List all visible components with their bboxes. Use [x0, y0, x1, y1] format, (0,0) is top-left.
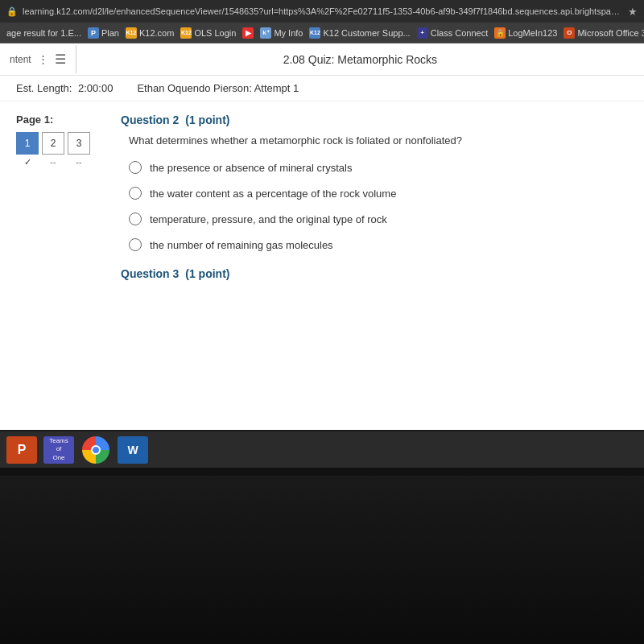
bookmark-k12cust-label: K12 Customer Supp...: [323, 28, 410, 38]
question-2-title: Question 2 (1 point): [121, 114, 628, 126]
k12cust-icon: K12: [309, 27, 320, 39]
q1-status: ✓: [16, 157, 39, 167]
answer-text-4: the number of remaining gas molecules: [150, 239, 333, 251]
question-nav-item-1[interactable]: 1: [16, 132, 39, 155]
ols-icon: K12: [180, 27, 192, 39]
bookmark-k12com[interactable]: K12 K12.com: [126, 27, 174, 39]
classconnect-text: Class Connect: [431, 28, 489, 38]
bookmark-myinfo-label: My Info: [274, 28, 303, 38]
bookmark-plan-label: Plan: [101, 28, 119, 38]
bookmark-myinfo[interactable]: k⁺ My Info: [260, 27, 303, 39]
teams-icon: TeamsofOne: [43, 436, 74, 464]
quiz-title-text: 2.08 Quiz: Metamorphic Rocks: [283, 53, 437, 66]
msoffice-icon: O: [564, 27, 575, 39]
bookmark-flv[interactable]: ▶: [242, 27, 254, 39]
question-3-title: Question 3 (1 point): [121, 267, 628, 280]
page-area: ntent ⋮ ☰ 2.08 Quiz: Metamorphic Rocks E…: [0, 43, 644, 430]
quiz-content: Page 1: 1 2 3 ✓ -- -- Question 2 (1 poin…: [0, 101, 644, 292]
answer-option-2[interactable]: the water content as a percentage of the…: [129, 187, 628, 200]
lock-icon: 🔒: [6, 6, 18, 17]
answer-options: the presence or absence of mineral cryst…: [121, 161, 628, 251]
logmein-icon: 🔒: [494, 27, 506, 39]
bookmark-ols[interactable]: K12 OLS Login: [180, 27, 236, 39]
answer-text-1: the presence or absence of mineral cryst…: [150, 162, 352, 174]
menu-dots-icon[interactable]: ⋮: [38, 53, 48, 65]
question-nav-status: ✓ -- --: [16, 157, 105, 167]
q2-status: --: [42, 157, 64, 167]
bookmark-age-result[interactable]: age result for 1.E...: [6, 28, 81, 38]
question-nav-item-2[interactable]: 2: [42, 132, 64, 155]
answer-option-4[interactable]: the number of remaining gas molecules: [129, 238, 628, 251]
attempt-info: Ethan Oquendo Pierson: Attempt 1: [137, 82, 299, 94]
taskbar-chrome[interactable]: [79, 435, 113, 465]
url-text[interactable]: learning.k12.com/d2l/le/enhancedSequence…: [23, 6, 623, 16]
est-length-label: Est. Length: 2:00:00: [16, 82, 113, 94]
address-bar: 🔒 learning.k12.com/d2l/le/enhancedSequen…: [0, 0, 644, 23]
bookmark-k12com-label: K12.com: [139, 28, 174, 38]
quiz-title-header: 2.08 Quiz: Metamorphic Rocks: [76, 52, 644, 67]
myinfo-icon: k⁺: [260, 27, 271, 39]
quiz-meta: Est. Length: 2:00:00 Ethan Oquendo Piers…: [0, 76, 644, 101]
radio-3[interactable]: [129, 213, 142, 225]
k12com-icon: K12: [126, 27, 137, 39]
page-label: Page 1:: [16, 114, 105, 126]
bookmark-classconnect[interactable]: + 2.08 Quiz: Metamorphic Rocks Class Con…: [417, 27, 489, 39]
hamburger-icon[interactable]: ☰: [55, 52, 66, 67]
taskbar-teams[interactable]: TeamsofOne: [42, 435, 76, 465]
q3-status: --: [68, 157, 90, 167]
answer-text-2: the water content as a percentage of the…: [150, 188, 396, 200]
bookmark-ols-label: OLS Login: [194, 28, 236, 38]
taskbar: P TeamsofOne W: [0, 431, 644, 468]
bookmark-msoffice-label: Microsoft Office 365: [577, 28, 644, 38]
dark-bottom-area: [0, 468, 644, 644]
question-nav-item-3[interactable]: 3: [68, 132, 90, 155]
bookmark-plan[interactable]: P Plan: [88, 27, 119, 39]
sidebar-toggle[interactable]: ntent ⋮ ☰: [0, 45, 76, 73]
plan-icon: P: [88, 27, 99, 39]
question-sidebar: Page 1: 1 2 3 ✓ -- --: [16, 114, 105, 280]
content-label: ntent: [10, 54, 31, 65]
flv-icon: ▶: [242, 27, 254, 39]
bookmark-logmein-label: LogMeIn123: [508, 28, 557, 38]
classconn-icon: +: [417, 27, 428, 39]
bookmark-star-icon[interactable]: ★: [628, 6, 638, 18]
radio-2[interactable]: [129, 187, 142, 200]
radio-1[interactable]: [129, 161, 142, 174]
answer-option-3[interactable]: temperature, pressure, and the original …: [129, 213, 628, 225]
answer-option-1[interactable]: the presence or absence of mineral cryst…: [129, 161, 628, 174]
bookmark-label: age result for 1.E...: [6, 28, 81, 38]
chrome-icon: [82, 436, 109, 464]
question-2-text: What determines whether a metamorphic ro…: [121, 134, 628, 147]
taskbar-powerpoint[interactable]: P: [5, 435, 39, 465]
taskbar-word[interactable]: W: [116, 435, 150, 465]
question-2-area: Question 2 (1 point) What determines whe…: [121, 114, 628, 280]
question-nav: 1 2 3: [16, 132, 105, 155]
bookmark-k12cust[interactable]: K12 K12 Customer Supp...: [309, 27, 410, 39]
word-icon: W: [118, 436, 148, 464]
radio-4[interactable]: [129, 238, 142, 251]
bookmarks-bar: age result for 1.E... P Plan K12 K12.com…: [0, 23, 644, 43]
answer-text-3: temperature, pressure, and the original …: [150, 213, 387, 225]
bookmark-msoffice[interactable]: O Microsoft Office 365: [564, 27, 644, 39]
powerpoint-icon: P: [6, 436, 37, 464]
bookmark-logmein[interactable]: 🔒 LogMeIn123: [494, 27, 557, 39]
